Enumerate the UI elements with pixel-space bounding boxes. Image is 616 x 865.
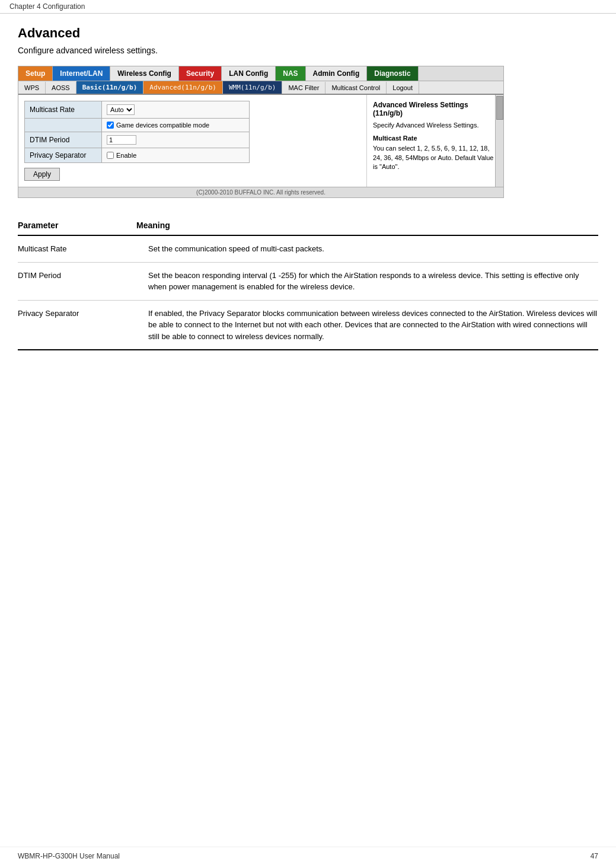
nav-tab-lan-config[interactable]: LAN Config [222, 66, 276, 81]
game-devices-checkbox[interactable] [107, 122, 114, 129]
table-row: Privacy Separator Enable [25, 148, 250, 163]
param-row-privacy: Privacy Separator If enabled, the Privac… [18, 300, 598, 350]
param-name-privacy: Privacy Separator [18, 300, 136, 350]
label-privacy-separator: Privacy Separator [25, 148, 102, 163]
nav-tab-admin-config[interactable]: Admin Config [306, 66, 368, 81]
nav-tab2-mac-filter[interactable]: MAC Filter [282, 82, 325, 94]
page-title: Advanced [18, 25, 598, 41]
col-header-parameter: Parameter [18, 216, 136, 235]
nav-tab2-logout[interactable]: Logout [387, 82, 419, 94]
game-devices-checkbox-area: Game devices compatible mode [107, 122, 244, 129]
privacy-separator-cell: Enable [102, 148, 250, 163]
nav-tab-setup[interactable]: Setup [18, 66, 53, 81]
nav-tabs-row2: WPS AOSS Basic(11n/g/b) Advanced(11n/g/b… [18, 81, 503, 95]
nav-tab-nas[interactable]: NAS [276, 66, 305, 81]
router-form-area: Multicast Rate Auto 1 2 5.5 6 9 11 12 [18, 95, 367, 187]
privacy-separator-label: Enable [116, 152, 136, 159]
table-row: Game devices compatible mode [25, 119, 250, 132]
nav-tab2-advanced[interactable]: Advanced(11n/g/b) [143, 81, 223, 94]
col-header-meaning: Meaning [136, 216, 598, 235]
router-help-area: Advanced Wireless Settings (11n/g/b) Spe… [367, 95, 503, 187]
help-section-multicast-text: You can select 1, 2, 5.5, 6, 9, 11, 12, … [373, 144, 497, 171]
help-title: Advanced Wireless Settings (11n/g/b) [373, 101, 497, 117]
multicast-rate-cell: Auto 1 2 5.5 6 9 11 12 18 24 36 [102, 101, 250, 119]
param-name-multicast: Multicast Rate [18, 235, 136, 262]
nav-tab2-aoss[interactable]: AOSS [46, 82, 76, 94]
nav-tab2-basic[interactable]: Basic(11n/g/b) [76, 81, 144, 94]
help-section-multicast-title: Multicast Rate [373, 135, 497, 142]
nav-tab-internet-lan[interactable]: Internet/LAN [53, 66, 110, 81]
table-row: DTIM Period [25, 132, 250, 148]
param-row-dtim: DTIM Period Set the beacon responding in… [18, 262, 598, 300]
scrollbar-thumb [496, 96, 503, 120]
label-dtim-period: DTIM Period [25, 132, 102, 148]
doc-footer: WBMR-HP-G300H User Manual 47 [0, 847, 616, 865]
nav-tab-security[interactable]: Security [179, 66, 222, 81]
nav-tabs-row1: Setup Internet/LAN Wireless Config Secur… [18, 66, 503, 81]
param-table-header-row: Parameter Meaning [18, 216, 598, 235]
router-footer: (C)2000-2010 BUFFALO INC. All rights res… [18, 187, 503, 197]
table-row: Multicast Rate Auto 1 2 5.5 6 9 11 12 [25, 101, 250, 119]
footer-manual: WBMR-HP-G300H User Manual [18, 852, 120, 860]
nav-tab-wireless-config[interactable]: Wireless Config [110, 66, 179, 81]
dtim-period-cell [102, 132, 250, 148]
settings-table: Multicast Rate Auto 1 2 5.5 6 9 11 12 [24, 101, 250, 163]
param-meaning-privacy: If enabled, the Privacy Separator blocks… [136, 300, 598, 350]
param-row-multicast: Multicast Rate Set the communication spe… [18, 235, 598, 262]
parameter-table: Parameter Meaning Multicast Rate Set the… [18, 216, 598, 350]
param-meaning-dtim: Set the beacon responding interval (1 -2… [136, 262, 598, 300]
page-subtitle: Configure advanced wireless settings. [18, 46, 598, 55]
nav-tab2-wmm[interactable]: WMM(11n/g/b) [223, 81, 282, 94]
apply-button[interactable]: Apply [24, 168, 60, 181]
footer-page: 47 [591, 852, 598, 860]
game-devices-cell: Game devices compatible mode [102, 119, 250, 132]
help-intro: Specify Advanced Wireless Settings. [373, 121, 497, 130]
nav-tab2-multicast-control[interactable]: Multicast Control [325, 82, 387, 94]
nav-tab2-wps[interactable]: WPS [18, 82, 46, 94]
privacy-separator-checkbox[interactable] [107, 152, 114, 159]
game-devices-label: Game devices compatible mode [116, 122, 209, 129]
label-empty [25, 119, 102, 132]
param-name-dtim: DTIM Period [18, 262, 136, 300]
help-scrollbar[interactable] [495, 95, 503, 187]
chapter-title: Chapter 4 Configuration [9, 2, 85, 11]
router-ui-screenshot: Setup Internet/LAN Wireless Config Secur… [18, 66, 504, 198]
chapter-header: Chapter 4 Configuration [0, 0, 616, 14]
multicast-rate-select[interactable]: Auto 1 2 5.5 6 9 11 12 18 24 36 [107, 104, 135, 115]
router-main-area: Multicast Rate Auto 1 2 5.5 6 9 11 12 [18, 95, 503, 187]
dtim-period-input[interactable] [107, 135, 136, 145]
param-meaning-multicast: Set the communication speed of multi-cas… [136, 235, 598, 262]
privacy-separator-checkbox-area: Enable [107, 152, 244, 159]
label-multicast-rate: Multicast Rate [25, 101, 102, 119]
nav-tab-diagnostic[interactable]: Diagnostic [367, 66, 418, 81]
